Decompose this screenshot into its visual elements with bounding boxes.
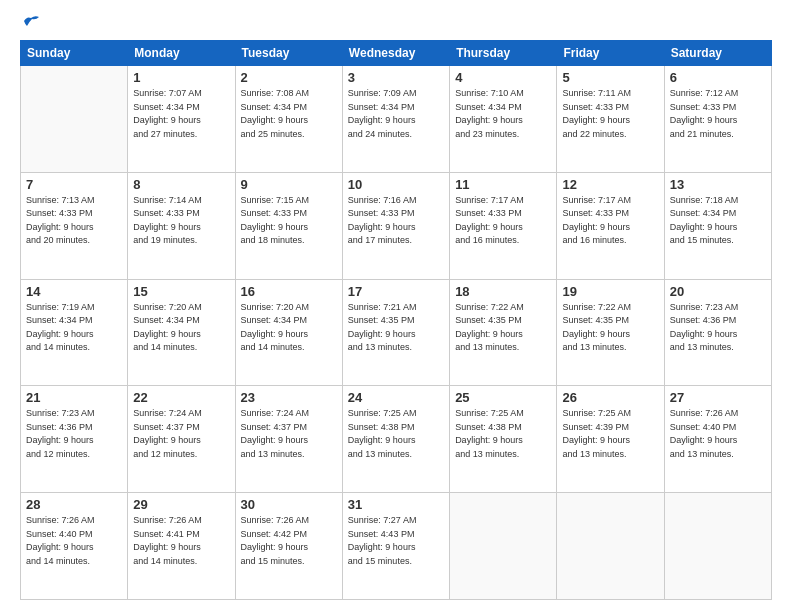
calendar-day-header: Monday: [128, 41, 235, 66]
calendar-week-row: 7Sunrise: 7:13 AM Sunset: 4:33 PM Daylig…: [21, 172, 772, 279]
calendar-cell: 11Sunrise: 7:17 AM Sunset: 4:33 PM Dayli…: [450, 172, 557, 279]
day-info: Sunrise: 7:26 AM Sunset: 4:42 PM Dayligh…: [241, 514, 337, 568]
calendar-cell: 18Sunrise: 7:22 AM Sunset: 4:35 PM Dayli…: [450, 279, 557, 386]
day-info: Sunrise: 7:20 AM Sunset: 4:34 PM Dayligh…: [133, 301, 229, 355]
calendar-cell: 12Sunrise: 7:17 AM Sunset: 4:33 PM Dayli…: [557, 172, 664, 279]
day-info: Sunrise: 7:16 AM Sunset: 4:33 PM Dayligh…: [348, 194, 444, 248]
calendar-day-header: Saturday: [664, 41, 771, 66]
page: SundayMondayTuesdayWednesdayThursdayFrid…: [0, 0, 792, 612]
calendar-table: SundayMondayTuesdayWednesdayThursdayFrid…: [20, 40, 772, 600]
day-number: 9: [241, 177, 337, 192]
day-number: 28: [26, 497, 122, 512]
day-number: 1: [133, 70, 229, 85]
day-info: Sunrise: 7:25 AM Sunset: 4:38 PM Dayligh…: [348, 407, 444, 461]
calendar-week-row: 1Sunrise: 7:07 AM Sunset: 4:34 PM Daylig…: [21, 66, 772, 173]
day-info: Sunrise: 7:22 AM Sunset: 4:35 PM Dayligh…: [562, 301, 658, 355]
day-info: Sunrise: 7:18 AM Sunset: 4:34 PM Dayligh…: [670, 194, 766, 248]
calendar-cell: 19Sunrise: 7:22 AM Sunset: 4:35 PM Dayli…: [557, 279, 664, 386]
calendar-day-header: Tuesday: [235, 41, 342, 66]
day-number: 17: [348, 284, 444, 299]
calendar-cell: 28Sunrise: 7:26 AM Sunset: 4:40 PM Dayli…: [21, 493, 128, 600]
day-info: Sunrise: 7:23 AM Sunset: 4:36 PM Dayligh…: [670, 301, 766, 355]
calendar-cell: [450, 493, 557, 600]
day-info: Sunrise: 7:15 AM Sunset: 4:33 PM Dayligh…: [241, 194, 337, 248]
calendar-day-header: Wednesday: [342, 41, 449, 66]
calendar-cell: 16Sunrise: 7:20 AM Sunset: 4:34 PM Dayli…: [235, 279, 342, 386]
calendar-cell: 8Sunrise: 7:14 AM Sunset: 4:33 PM Daylig…: [128, 172, 235, 279]
calendar-cell: 25Sunrise: 7:25 AM Sunset: 4:38 PM Dayli…: [450, 386, 557, 493]
day-number: 10: [348, 177, 444, 192]
calendar-cell: [21, 66, 128, 173]
day-number: 4: [455, 70, 551, 85]
calendar-cell: 6Sunrise: 7:12 AM Sunset: 4:33 PM Daylig…: [664, 66, 771, 173]
day-number: 15: [133, 284, 229, 299]
day-number: 27: [670, 390, 766, 405]
calendar-cell: 26Sunrise: 7:25 AM Sunset: 4:39 PM Dayli…: [557, 386, 664, 493]
day-number: 16: [241, 284, 337, 299]
calendar-cell: 21Sunrise: 7:23 AM Sunset: 4:36 PM Dayli…: [21, 386, 128, 493]
calendar-cell: 29Sunrise: 7:26 AM Sunset: 4:41 PM Dayli…: [128, 493, 235, 600]
day-info: Sunrise: 7:17 AM Sunset: 4:33 PM Dayligh…: [455, 194, 551, 248]
calendar-cell: 5Sunrise: 7:11 AM Sunset: 4:33 PM Daylig…: [557, 66, 664, 173]
logo-bird-icon: [22, 14, 40, 28]
calendar-week-row: 21Sunrise: 7:23 AM Sunset: 4:36 PM Dayli…: [21, 386, 772, 493]
calendar-cell: 22Sunrise: 7:24 AM Sunset: 4:37 PM Dayli…: [128, 386, 235, 493]
day-info: Sunrise: 7:09 AM Sunset: 4:34 PM Dayligh…: [348, 87, 444, 141]
calendar-header-row: SundayMondayTuesdayWednesdayThursdayFrid…: [21, 41, 772, 66]
day-number: 6: [670, 70, 766, 85]
calendar-cell: 24Sunrise: 7:25 AM Sunset: 4:38 PM Dayli…: [342, 386, 449, 493]
calendar-day-header: Thursday: [450, 41, 557, 66]
calendar-cell: 1Sunrise: 7:07 AM Sunset: 4:34 PM Daylig…: [128, 66, 235, 173]
calendar-cell: 2Sunrise: 7:08 AM Sunset: 4:34 PM Daylig…: [235, 66, 342, 173]
day-info: Sunrise: 7:26 AM Sunset: 4:40 PM Dayligh…: [670, 407, 766, 461]
calendar-day-header: Sunday: [21, 41, 128, 66]
day-number: 13: [670, 177, 766, 192]
calendar-cell: 31Sunrise: 7:27 AM Sunset: 4:43 PM Dayli…: [342, 493, 449, 600]
day-info: Sunrise: 7:25 AM Sunset: 4:39 PM Dayligh…: [562, 407, 658, 461]
day-info: Sunrise: 7:13 AM Sunset: 4:33 PM Dayligh…: [26, 194, 122, 248]
day-info: Sunrise: 7:24 AM Sunset: 4:37 PM Dayligh…: [133, 407, 229, 461]
day-info: Sunrise: 7:14 AM Sunset: 4:33 PM Dayligh…: [133, 194, 229, 248]
day-info: Sunrise: 7:21 AM Sunset: 4:35 PM Dayligh…: [348, 301, 444, 355]
day-number: 20: [670, 284, 766, 299]
calendar-cell: [664, 493, 771, 600]
calendar-cell: 14Sunrise: 7:19 AM Sunset: 4:34 PM Dayli…: [21, 279, 128, 386]
calendar-week-row: 28Sunrise: 7:26 AM Sunset: 4:40 PM Dayli…: [21, 493, 772, 600]
day-info: Sunrise: 7:08 AM Sunset: 4:34 PM Dayligh…: [241, 87, 337, 141]
day-info: Sunrise: 7:19 AM Sunset: 4:34 PM Dayligh…: [26, 301, 122, 355]
day-info: Sunrise: 7:07 AM Sunset: 4:34 PM Dayligh…: [133, 87, 229, 141]
calendar-cell: 30Sunrise: 7:26 AM Sunset: 4:42 PM Dayli…: [235, 493, 342, 600]
header: [20, 16, 772, 30]
day-info: Sunrise: 7:26 AM Sunset: 4:41 PM Dayligh…: [133, 514, 229, 568]
calendar-cell: 4Sunrise: 7:10 AM Sunset: 4:34 PM Daylig…: [450, 66, 557, 173]
day-number: 24: [348, 390, 444, 405]
day-number: 26: [562, 390, 658, 405]
day-info: Sunrise: 7:20 AM Sunset: 4:34 PM Dayligh…: [241, 301, 337, 355]
day-number: 5: [562, 70, 658, 85]
day-info: Sunrise: 7:12 AM Sunset: 4:33 PM Dayligh…: [670, 87, 766, 141]
day-info: Sunrise: 7:10 AM Sunset: 4:34 PM Dayligh…: [455, 87, 551, 141]
day-number: 19: [562, 284, 658, 299]
calendar-cell: 17Sunrise: 7:21 AM Sunset: 4:35 PM Dayli…: [342, 279, 449, 386]
day-number: 30: [241, 497, 337, 512]
day-number: 21: [26, 390, 122, 405]
day-info: Sunrise: 7:27 AM Sunset: 4:43 PM Dayligh…: [348, 514, 444, 568]
calendar-week-row: 14Sunrise: 7:19 AM Sunset: 4:34 PM Dayli…: [21, 279, 772, 386]
day-info: Sunrise: 7:23 AM Sunset: 4:36 PM Dayligh…: [26, 407, 122, 461]
day-number: 8: [133, 177, 229, 192]
day-number: 2: [241, 70, 337, 85]
calendar-cell: 3Sunrise: 7:09 AM Sunset: 4:34 PM Daylig…: [342, 66, 449, 173]
day-info: Sunrise: 7:25 AM Sunset: 4:38 PM Dayligh…: [455, 407, 551, 461]
day-info: Sunrise: 7:26 AM Sunset: 4:40 PM Dayligh…: [26, 514, 122, 568]
day-number: 31: [348, 497, 444, 512]
day-number: 11: [455, 177, 551, 192]
day-number: 23: [241, 390, 337, 405]
day-info: Sunrise: 7:24 AM Sunset: 4:37 PM Dayligh…: [241, 407, 337, 461]
calendar-cell: 7Sunrise: 7:13 AM Sunset: 4:33 PM Daylig…: [21, 172, 128, 279]
calendar-cell: [557, 493, 664, 600]
day-number: 7: [26, 177, 122, 192]
day-number: 14: [26, 284, 122, 299]
day-info: Sunrise: 7:22 AM Sunset: 4:35 PM Dayligh…: [455, 301, 551, 355]
logo: [20, 16, 40, 30]
day-number: 18: [455, 284, 551, 299]
